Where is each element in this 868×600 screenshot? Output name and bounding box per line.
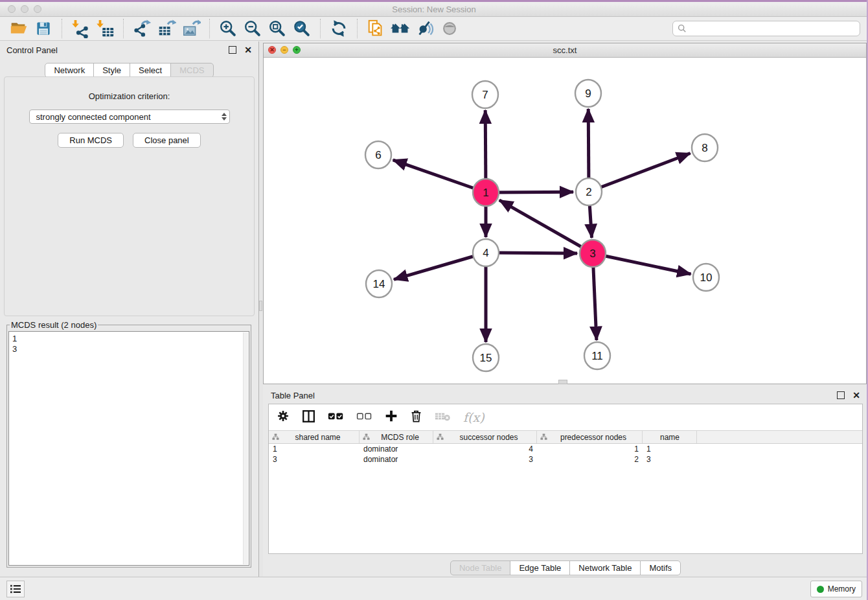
table-settings-button[interactable]: [277, 410, 290, 425]
table-cell[interactable]: 1: [269, 444, 360, 454]
column-header-successor-nodes[interactable]: successor nodes: [433, 431, 537, 443]
tab-network-table[interactable]: Network Table: [569, 560, 641, 575]
close-panel-button[interactable]: Close panel: [133, 133, 201, 148]
delete-column-button[interactable]: [410, 410, 422, 426]
result-scrollbar[interactable]: [243, 332, 248, 564]
graph-edge-1-6[interactable]: [393, 160, 486, 192]
network-maximize-icon[interactable]: +: [293, 46, 301, 54]
tab-motifs[interactable]: Motifs: [640, 560, 681, 575]
tab-edge-table[interactable]: Edge Table: [510, 560, 570, 575]
graph-node-10[interactable]: 10: [693, 264, 719, 291]
svg-text:11: 11: [591, 350, 603, 362]
deselect-all-button[interactable]: [356, 410, 372, 424]
close-window-icon[interactable]: [8, 5, 16, 13]
graph-node-9[interactable]: 9: [575, 80, 601, 107]
column-header-mcds-role[interactable]: MCDS role: [360, 431, 433, 443]
open-folder-icon: [9, 19, 29, 38]
network-window-titlebar[interactable]: ✕ − + scc.txt: [264, 43, 866, 58]
table-cell[interactable]: 2: [537, 454, 643, 465]
close-panel-icon[interactable]: ✕: [244, 46, 252, 54]
graph-edge-3-10[interactable]: [593, 253, 691, 274]
column-header-name[interactable]: name: [643, 431, 697, 443]
column-view-button[interactable]: [302, 410, 315, 426]
table-cell[interactable]: 4: [433, 444, 537, 454]
mcds-result-group: MCDS result (2 nodes) 13: [6, 320, 251, 568]
float-table-panel-icon[interactable]: [837, 391, 845, 399]
graph-node-7[interactable]: 7: [472, 81, 498, 108]
attribute-tree-icon: [272, 433, 279, 441]
table-row[interactable]: 1dominator411: [269, 444, 862, 454]
table-cell[interactable]: 1: [537, 444, 643, 454]
graph-node-6[interactable]: 6: [365, 141, 391, 168]
tab-mcds[interactable]: MCDS: [170, 63, 213, 78]
table-cell[interactable]: 3: [269, 454, 360, 465]
optimization-criterion-label: Optimization criterion:: [5, 91, 254, 101]
criterion-select[interactable]: strongly connected component: [29, 110, 230, 124]
table-row[interactable]: 3dominator323: [269, 454, 862, 465]
column-header-predecessor-nodes[interactable]: predecessor nodes: [537, 431, 643, 443]
svg-text:9: 9: [585, 87, 591, 100]
home-button[interactable]: [389, 17, 411, 40]
table-cell[interactable]: 3: [433, 454, 537, 465]
graph-node-15[interactable]: 15: [473, 344, 499, 371]
svg-text:6: 6: [375, 149, 381, 161]
network-resize-handle[interactable]: [558, 380, 567, 384]
graph-node-14[interactable]: 14: [366, 270, 392, 297]
graph-node-4[interactable]: 4: [473, 239, 499, 266]
memory-button[interactable]: Memory: [810, 581, 862, 597]
graph-node-11[interactable]: 11: [584, 342, 610, 369]
import-table-button[interactable]: [94, 17, 116, 40]
select-all-button[interactable]: [328, 410, 344, 424]
network-minimize-icon[interactable]: −: [280, 46, 288, 54]
graph-node-8[interactable]: 8: [692, 134, 718, 161]
toolbar-separator: [209, 19, 210, 38]
graph-edge-3-1[interactable]: [499, 200, 593, 253]
tab-network[interactable]: Network: [45, 63, 94, 78]
export-table-button[interactable]: [155, 17, 177, 40]
graph-node-1[interactable]: 1: [473, 179, 499, 206]
export-network-button[interactable]: [131, 17, 153, 40]
add-column-button[interactable]: [385, 410, 398, 425]
search-field[interactable]: [672, 21, 860, 36]
delete-table-icon: [435, 411, 451, 422]
save-session-button[interactable]: [32, 17, 54, 40]
run-mcds-button[interactable]: Run MCDS: [58, 133, 124, 148]
graph-edge-4-14[interactable]: [394, 253, 486, 279]
network-close-icon[interactable]: ✕: [268, 46, 276, 54]
refresh-layout-button[interactable]: [328, 17, 350, 40]
import-network-button[interactable]: [69, 17, 91, 40]
search-input[interactable]: [690, 23, 855, 34]
tab-style[interactable]: Style: [93, 63, 130, 78]
control-panel-tabs: NetworkStyleSelectMCDS: [0, 63, 258, 78]
clone-network-button[interactable]: [365, 17, 387, 40]
table-cell[interactable]: dominator: [360, 444, 433, 454]
graph-node-2[interactable]: 2: [576, 178, 602, 205]
zoom-out-button[interactable]: [242, 17, 264, 40]
divider-grip[interactable]: [259, 301, 262, 311]
zoom-in-button[interactable]: [217, 17, 239, 40]
float-panel-icon[interactable]: [229, 46, 236, 54]
column-header-shared-name[interactable]: shared name: [269, 431, 360, 443]
graph-node-3[interactable]: 3: [580, 240, 606, 267]
window-frame-top: [0, 0, 868, 2]
graph-edge-2-8[interactable]: [589, 154, 691, 192]
minimize-window-icon[interactable]: [21, 5, 29, 13]
close-table-panel-icon[interactable]: ✕: [852, 391, 860, 399]
zoom-selected-button[interactable]: [291, 17, 313, 40]
export-image-button[interactable]: [180, 17, 202, 40]
zoom-fit-button[interactable]: [266, 17, 288, 40]
maximize-window-icon[interactable]: [34, 5, 41, 13]
table-cell[interactable]: 3: [643, 454, 697, 465]
toolbar-separator: [123, 19, 124, 38]
show-button[interactable]: [439, 17, 461, 40]
mcds-result-list[interactable]: 13: [8, 331, 249, 566]
table-cell[interactable]: dominator: [360, 454, 433, 465]
table-cell[interactable]: 1: [643, 444, 697, 454]
table-rows: 1dominator4113dominator323: [269, 444, 862, 465]
hide-button[interactable]: [414, 17, 436, 40]
tab-select[interactable]: Select: [130, 63, 171, 78]
task-history-button[interactable]: [6, 581, 25, 597]
tab-node-table[interactable]: Node Table: [450, 560, 511, 575]
open-session-button[interactable]: [8, 17, 30, 40]
network-canvas[interactable]: 1234678910111415: [264, 57, 866, 384]
